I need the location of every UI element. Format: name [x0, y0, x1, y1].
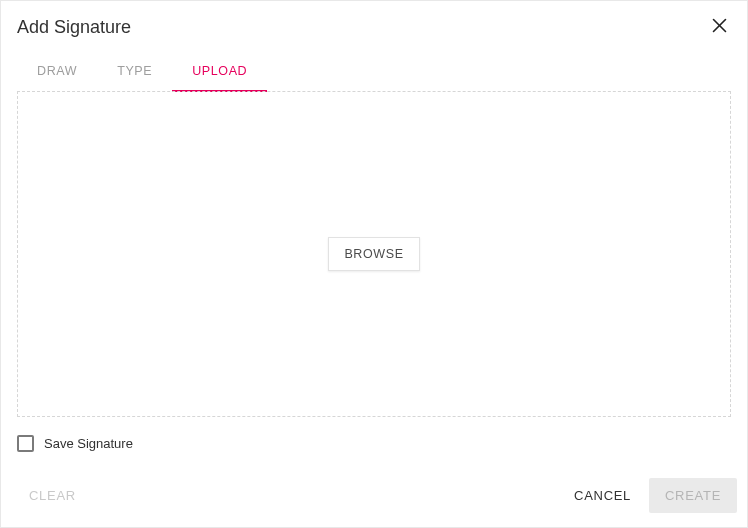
dialog-header: Add Signature [1, 1, 747, 46]
save-signature-checkbox[interactable] [17, 435, 34, 452]
tab-upload[interactable]: UPLOAD [172, 64, 267, 92]
clear-button[interactable]: CLEAR [17, 479, 88, 512]
tab-bar: DRAW TYPE UPLOAD [1, 46, 747, 92]
close-icon [712, 18, 727, 36]
close-button[interactable] [708, 14, 731, 40]
tab-draw[interactable]: DRAW [17, 64, 97, 92]
footer-right-group: CANCEL CREATE [562, 478, 737, 513]
tab-type[interactable]: TYPE [97, 64, 172, 92]
save-signature-row: Save Signature [1, 417, 747, 460]
dialog-footer: CLEAR CANCEL CREATE [1, 460, 747, 527]
add-signature-dialog: Add Signature DRAW TYPE UPLOAD BROWSE Sa… [0, 0, 748, 528]
upload-drop-zone[interactable]: BROWSE [17, 91, 731, 417]
dialog-title: Add Signature [17, 17, 131, 38]
browse-button[interactable]: BROWSE [328, 237, 419, 271]
create-button: CREATE [649, 478, 737, 513]
cancel-button[interactable]: CANCEL [562, 479, 643, 512]
save-signature-label: Save Signature [44, 436, 133, 451]
